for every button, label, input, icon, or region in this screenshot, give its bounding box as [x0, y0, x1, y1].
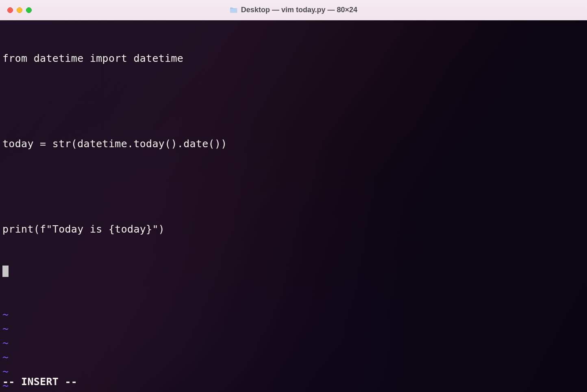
vim-empty-line-tilde: ~	[2, 307, 585, 322]
code-line	[2, 179, 585, 194]
vim-empty-line-tilde: ~	[2, 379, 585, 392]
vim-empty-line-tilde: ~	[2, 336, 585, 350]
tilde-lines-container: ~~~~~~~~~~~~~~~~	[2, 307, 585, 392]
vim-empty-line-tilde: ~	[2, 350, 585, 364]
traffic-lights	[7, 7, 32, 13]
minimize-button[interactable]	[17, 7, 22, 13]
folder-icon	[230, 7, 238, 13]
vim-empty-line-tilde: ~	[2, 322, 585, 336]
maximize-button[interactable]	[26, 7, 32, 13]
terminal-viewport[interactable]: from datetime import datetime today = st…	[0, 20, 587, 392]
svg-rect-0	[230, 9, 237, 13]
code-line: today = str(datetime.today().date())	[2, 137, 585, 151]
editor-content[interactable]: from datetime import datetime today = st…	[2, 23, 585, 392]
close-button[interactable]	[7, 7, 13, 13]
window-title: Desktop — vim today.py — 80×24	[241, 6, 357, 14]
code-line: from datetime import datetime	[2, 51, 585, 65]
window-title-container: Desktop — vim today.py — 80×24	[230, 6, 357, 14]
vim-mode-status: -- INSERT --	[2, 375, 77, 389]
vim-empty-line-tilde: ~	[2, 364, 585, 379]
code-line: print(f"Today is {today}")	[2, 222, 585, 236]
window-titlebar: Desktop — vim today.py — 80×24	[0, 0, 587, 20]
cursor-icon	[2, 266, 9, 277]
cursor-line	[2, 265, 585, 279]
code-line	[2, 94, 585, 108]
